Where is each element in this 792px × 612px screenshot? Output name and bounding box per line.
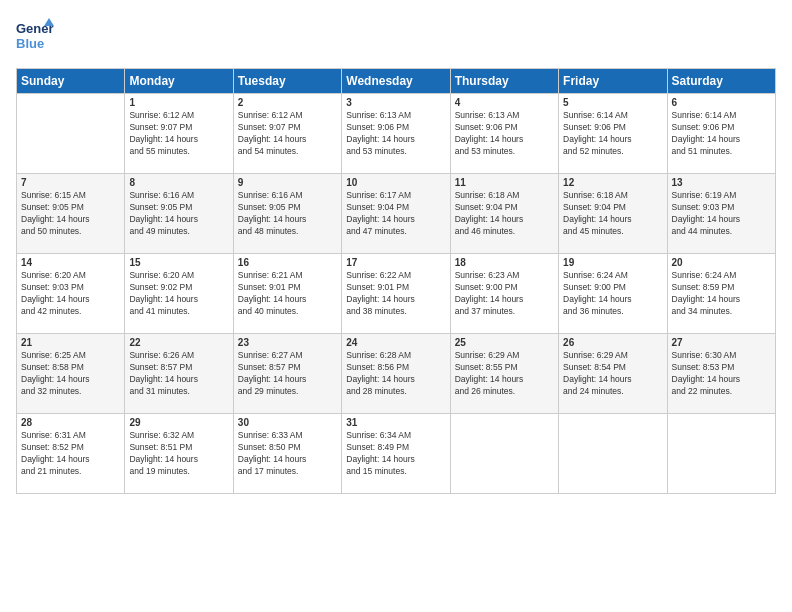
day-info: Sunrise: 6:31 AMSunset: 8:52 PMDaylight:… [21,430,120,478]
day-number: 31 [346,417,445,428]
day-info: Sunrise: 6:29 AMSunset: 8:54 PMDaylight:… [563,350,662,398]
day-info: Sunrise: 6:12 AMSunset: 9:07 PMDaylight:… [238,110,337,158]
calendar-cell [450,414,558,494]
calendar-cell: 29Sunrise: 6:32 AMSunset: 8:51 PMDayligh… [125,414,233,494]
day-number: 3 [346,97,445,108]
calendar-cell [17,94,125,174]
day-number: 2 [238,97,337,108]
col-header-wednesday: Wednesday [342,69,450,94]
calendar-cell [667,414,775,494]
day-info: Sunrise: 6:27 AMSunset: 8:57 PMDaylight:… [238,350,337,398]
col-header-thursday: Thursday [450,69,558,94]
calendar-cell: 26Sunrise: 6:29 AMSunset: 8:54 PMDayligh… [559,334,667,414]
page-header: General Blue [16,16,776,58]
calendar-table: SundayMondayTuesdayWednesdayThursdayFrid… [16,68,776,494]
calendar-cell: 21Sunrise: 6:25 AMSunset: 8:58 PMDayligh… [17,334,125,414]
day-info: Sunrise: 6:22 AMSunset: 9:01 PMDaylight:… [346,270,445,318]
day-number: 9 [238,177,337,188]
day-number: 22 [129,337,228,348]
calendar-cell: 6Sunrise: 6:14 AMSunset: 9:06 PMDaylight… [667,94,775,174]
day-number: 19 [563,257,662,268]
day-info: Sunrise: 6:19 AMSunset: 9:03 PMDaylight:… [672,190,771,238]
calendar-cell: 23Sunrise: 6:27 AMSunset: 8:57 PMDayligh… [233,334,341,414]
day-info: Sunrise: 6:14 AMSunset: 9:06 PMDaylight:… [563,110,662,158]
day-number: 12 [563,177,662,188]
calendar-cell: 12Sunrise: 6:18 AMSunset: 9:04 PMDayligh… [559,174,667,254]
day-info: Sunrise: 6:26 AMSunset: 8:57 PMDaylight:… [129,350,228,398]
day-info: Sunrise: 6:20 AMSunset: 9:03 PMDaylight:… [21,270,120,318]
calendar-cell: 8Sunrise: 6:16 AMSunset: 9:05 PMDaylight… [125,174,233,254]
col-header-sunday: Sunday [17,69,125,94]
week-row-4: 21Sunrise: 6:25 AMSunset: 8:58 PMDayligh… [17,334,776,414]
day-number: 16 [238,257,337,268]
calendar-cell: 11Sunrise: 6:18 AMSunset: 9:04 PMDayligh… [450,174,558,254]
day-info: Sunrise: 6:24 AMSunset: 8:59 PMDaylight:… [672,270,771,318]
day-info: Sunrise: 6:18 AMSunset: 9:04 PMDaylight:… [455,190,554,238]
day-info: Sunrise: 6:16 AMSunset: 9:05 PMDaylight:… [129,190,228,238]
day-number: 17 [346,257,445,268]
week-row-3: 14Sunrise: 6:20 AMSunset: 9:03 PMDayligh… [17,254,776,334]
day-number: 30 [238,417,337,428]
day-number: 23 [238,337,337,348]
day-number: 25 [455,337,554,348]
day-info: Sunrise: 6:32 AMSunset: 8:51 PMDaylight:… [129,430,228,478]
day-info: Sunrise: 6:23 AMSunset: 9:00 PMDaylight:… [455,270,554,318]
calendar-cell: 13Sunrise: 6:19 AMSunset: 9:03 PMDayligh… [667,174,775,254]
day-number: 15 [129,257,228,268]
calendar-cell: 3Sunrise: 6:13 AMSunset: 9:06 PMDaylight… [342,94,450,174]
day-number: 20 [672,257,771,268]
day-number: 10 [346,177,445,188]
calendar-cell: 10Sunrise: 6:17 AMSunset: 9:04 PMDayligh… [342,174,450,254]
calendar-cell: 18Sunrise: 6:23 AMSunset: 9:00 PMDayligh… [450,254,558,334]
calendar-cell: 14Sunrise: 6:20 AMSunset: 9:03 PMDayligh… [17,254,125,334]
day-number: 29 [129,417,228,428]
day-info: Sunrise: 6:12 AMSunset: 9:07 PMDaylight:… [129,110,228,158]
day-info: Sunrise: 6:13 AMSunset: 9:06 PMDaylight:… [455,110,554,158]
calendar-cell: 27Sunrise: 6:30 AMSunset: 8:53 PMDayligh… [667,334,775,414]
logo-svg: General Blue [16,16,54,58]
week-row-1: 1Sunrise: 6:12 AMSunset: 9:07 PMDaylight… [17,94,776,174]
day-info: Sunrise: 6:13 AMSunset: 9:06 PMDaylight:… [346,110,445,158]
calendar-cell: 30Sunrise: 6:33 AMSunset: 8:50 PMDayligh… [233,414,341,494]
calendar-cell: 9Sunrise: 6:16 AMSunset: 9:05 PMDaylight… [233,174,341,254]
calendar-cell: 22Sunrise: 6:26 AMSunset: 8:57 PMDayligh… [125,334,233,414]
day-info: Sunrise: 6:28 AMSunset: 8:56 PMDaylight:… [346,350,445,398]
day-info: Sunrise: 6:15 AMSunset: 9:05 PMDaylight:… [21,190,120,238]
day-number: 5 [563,97,662,108]
day-number: 7 [21,177,120,188]
day-number: 6 [672,97,771,108]
day-number: 27 [672,337,771,348]
svg-text:Blue: Blue [16,36,44,51]
calendar-cell: 28Sunrise: 6:31 AMSunset: 8:52 PMDayligh… [17,414,125,494]
day-info: Sunrise: 6:33 AMSunset: 8:50 PMDaylight:… [238,430,337,478]
col-header-tuesday: Tuesday [233,69,341,94]
col-header-monday: Monday [125,69,233,94]
day-number: 14 [21,257,120,268]
calendar-header-row: SundayMondayTuesdayWednesdayThursdayFrid… [17,69,776,94]
calendar-cell: 2Sunrise: 6:12 AMSunset: 9:07 PMDaylight… [233,94,341,174]
calendar-cell: 1Sunrise: 6:12 AMSunset: 9:07 PMDaylight… [125,94,233,174]
day-info: Sunrise: 6:21 AMSunset: 9:01 PMDaylight:… [238,270,337,318]
day-info: Sunrise: 6:30 AMSunset: 8:53 PMDaylight:… [672,350,771,398]
day-number: 24 [346,337,445,348]
calendar-cell: 16Sunrise: 6:21 AMSunset: 9:01 PMDayligh… [233,254,341,334]
calendar-cell: 25Sunrise: 6:29 AMSunset: 8:55 PMDayligh… [450,334,558,414]
col-header-friday: Friday [559,69,667,94]
day-info: Sunrise: 6:17 AMSunset: 9:04 PMDaylight:… [346,190,445,238]
day-info: Sunrise: 6:14 AMSunset: 9:06 PMDaylight:… [672,110,771,158]
day-number: 11 [455,177,554,188]
day-number: 4 [455,97,554,108]
day-number: 1 [129,97,228,108]
calendar-cell: 7Sunrise: 6:15 AMSunset: 9:05 PMDaylight… [17,174,125,254]
day-info: Sunrise: 6:24 AMSunset: 9:00 PMDaylight:… [563,270,662,318]
day-number: 18 [455,257,554,268]
col-header-saturday: Saturday [667,69,775,94]
calendar-cell: 31Sunrise: 6:34 AMSunset: 8:49 PMDayligh… [342,414,450,494]
week-row-2: 7Sunrise: 6:15 AMSunset: 9:05 PMDaylight… [17,174,776,254]
calendar-cell: 15Sunrise: 6:20 AMSunset: 9:02 PMDayligh… [125,254,233,334]
calendar-cell: 19Sunrise: 6:24 AMSunset: 9:00 PMDayligh… [559,254,667,334]
day-info: Sunrise: 6:29 AMSunset: 8:55 PMDaylight:… [455,350,554,398]
day-number: 28 [21,417,120,428]
week-row-5: 28Sunrise: 6:31 AMSunset: 8:52 PMDayligh… [17,414,776,494]
calendar-cell [559,414,667,494]
